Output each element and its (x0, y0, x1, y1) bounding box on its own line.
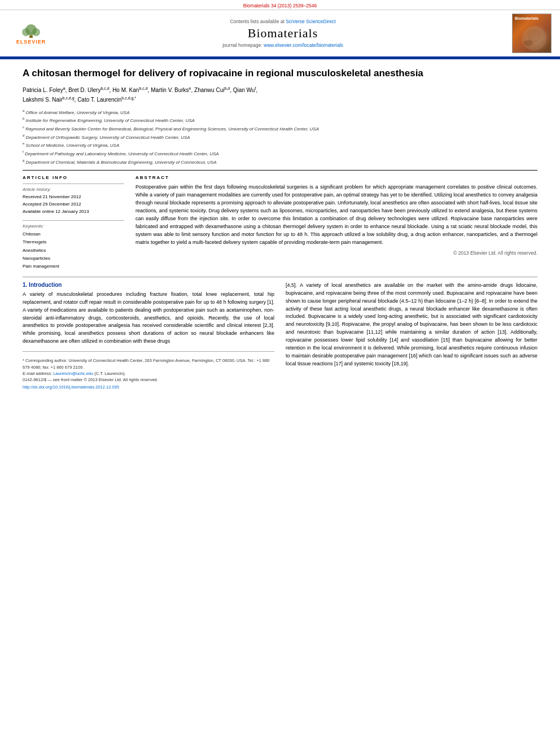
article-title: A chitosan thermogel for delivery of rop… (23, 67, 537, 80)
journal-ref: Biomaterials 34 (2013) 2539–2546 (243, 3, 317, 8)
homepage-line: journal homepage: www.elsevier.com/locat… (222, 42, 343, 48)
accepted-date: Accepted 29 December 2012 (23, 201, 124, 208)
keyword-thermogels: Thermogels (23, 238, 124, 246)
body-area: 1. Introduction A variety of musculoskel… (23, 277, 537, 392)
keywords-section: Keywords: Chitosan Thermogels Anesthetic… (23, 220, 124, 271)
abstract-header: ABSTRACT (135, 175, 537, 180)
svg-point-7 (524, 40, 533, 46)
svg-rect-4 (29, 36, 33, 38)
body-right-text: [4,5]. A variety of local anesthetics ar… (286, 282, 537, 368)
copyright-line: © 2013 Elsevier Ltd. All rights reserved… (135, 250, 537, 256)
svg-point-2 (22, 28, 30, 36)
corresp-text: * Corresponding author. University of Co… (23, 357, 274, 370)
journal-header: ELSEVIER Contents lists available at Sci… (0, 10, 560, 58)
page-wrapper: Biomaterials 34 (2013) 2539–2546 ELSEVIE… (0, 0, 560, 397)
article-dates: Received 21 November 2012 Accepted 29 De… (23, 194, 124, 215)
affiliations: a Office of Animal Welfare, University o… (23, 108, 537, 166)
corresp-note: * Corresponding author. University of Co… (23, 357, 274, 377)
svg-point-3 (32, 28, 40, 36)
journal-title: Biomaterials (248, 26, 318, 41)
email-line: E-mail address: Laurencin@uchc.edu (C.T.… (23, 370, 274, 377)
elsevier-tree-icon (17, 22, 45, 38)
journal-cover-area: Biomaterials (509, 14, 554, 53)
elsevier-text: ELSEVIER (16, 39, 46, 45)
authors-line: Patricia L. Foleya, Bret D. Uleryb,c,d, … (23, 85, 537, 105)
body-left-text: A variety of musculoskeletal procedures … (23, 291, 274, 346)
body-divider (23, 277, 537, 277)
sciverse-line: Contents lists available at SciVerse Sci… (230, 19, 335, 24)
keyword-nanoparticles: Nanoparticles (23, 255, 124, 263)
body-right-col: [4,5]. A variety of local anesthetics ar… (286, 282, 537, 392)
intro-para-1: A variety of musculoskeletal procedures … (23, 291, 274, 346)
intro-para-2: [4,5]. A variety of local anesthetics ar… (286, 282, 537, 368)
article-info-abstract-row: ARTICLE INFO Article history: Received 2… (23, 175, 537, 270)
keywords-list: Chitosan Thermogels Anesthetics Nanopart… (23, 230, 124, 271)
main-content: A chitosan thermogel for delivery of rop… (0, 59, 560, 397)
article-info-header: ARTICLE INFO (23, 175, 124, 180)
body-two-col: 1. Introduction A variety of musculoskel… (23, 282, 537, 392)
journal-top-bar: Biomaterials 34 (2013) 2539–2546 (0, 0, 560, 10)
email-link[interactable]: Laurencin@uchc.edu (53, 371, 93, 376)
received-date: Received 21 November 2012 (23, 194, 124, 201)
cover-image-icon (517, 21, 551, 53)
sciverse-link[interactable]: SciVerse ScienceDirect (286, 19, 335, 24)
section-divider (23, 170, 537, 171)
doi-link[interactable]: http://dx.doi.org/10.1016/j.biomaterials… (23, 385, 119, 390)
homepage-link[interactable]: www.elsevier.com/locate/biomaterials (264, 42, 343, 48)
keyword-pain-management: Pain management (23, 263, 124, 270)
elsevier-logo: ELSEVIER (8, 22, 54, 45)
online-date: Available online 12 January 2013 (23, 208, 124, 216)
journal-center-info: Contents lists available at SciVerse Sci… (61, 14, 505, 53)
article-history-section: Article history: Received 21 November 20… (23, 184, 124, 215)
history-label: Article history: (23, 187, 124, 192)
keyword-anesthetics: Anesthetics (23, 247, 124, 255)
keyword-chitosan: Chitosan (23, 230, 124, 238)
biomaterials-cover: Biomaterials (512, 14, 552, 53)
abstract-text: Postoperative pain within the first days… (135, 184, 537, 247)
footnote-text: 0142-9612/$ — see front matter © 2013 El… (23, 377, 274, 391)
keywords-label: Keywords: (23, 224, 124, 229)
intro-heading: 1. Introduction (23, 282, 274, 288)
abstract-col: ABSTRACT Postoperative pain within the f… (135, 175, 537, 270)
elsevier-logo-area: ELSEVIER (6, 14, 56, 53)
footnote-area: * Corresponding author. University of Co… (23, 351, 274, 390)
issn-line: 0142-9612/$ — see front matter © 2013 El… (23, 377, 274, 383)
cover-title: Biomaterials (515, 16, 539, 20)
article-info-col: ARTICLE INFO Article history: Received 2… (23, 175, 124, 270)
body-left-col: 1. Introduction A variety of musculoskel… (23, 282, 274, 392)
